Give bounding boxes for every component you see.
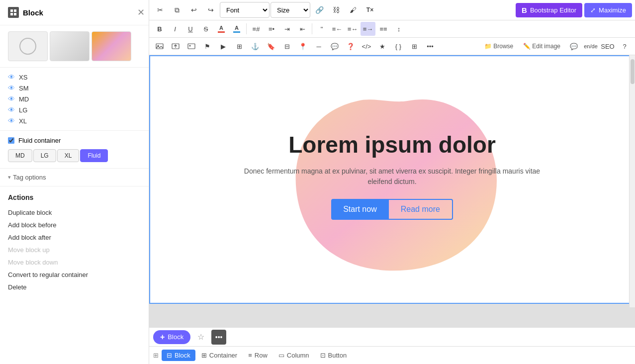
- toolbar-row-3: ⚑ ▶ ⊞ ⚓ 🔖 ⊟ 📍 ─ 💬 ❓ </> ★ { } ⊞ ••• 📁 Br…: [149, 38, 635, 55]
- video-button[interactable]: ▶: [216, 39, 231, 53]
- font-color-button[interactable]: A: [214, 22, 229, 36]
- tab-button[interactable]: ⊡ Button: [315, 350, 352, 361]
- browse-button[interactable]: 📁 Browse: [480, 39, 517, 53]
- help-button[interactable]: ❓: [343, 39, 358, 53]
- favorite-button[interactable]: ☆: [193, 330, 208, 345]
- source-button[interactable]: { }: [391, 39, 406, 53]
- grid-icon: ⊞: [153, 352, 159, 359]
- action-delete[interactable]: Delete: [8, 281, 141, 293]
- fluid-btn-lg[interactable]: LG: [33, 149, 56, 162]
- more-tools-button[interactable]: •••: [423, 39, 438, 53]
- resp-md: 👁 MD: [8, 93, 141, 104]
- fluid-btn-fluid[interactable]: Fluid: [80, 149, 108, 162]
- align-left-button[interactable]: ≡←: [330, 22, 345, 36]
- strikethrough-button[interactable]: S: [198, 22, 213, 36]
- code-embed-button[interactable]: </>: [359, 39, 374, 53]
- browse-image-button[interactable]: [152, 39, 167, 53]
- align-center-button[interactable]: ≡↔: [345, 22, 360, 36]
- sidebar-close-button[interactable]: ✕: [137, 7, 145, 18]
- tab-block[interactable]: ⊟ Block: [162, 350, 195, 361]
- indent-less-button[interactable]: ⇤: [295, 22, 310, 36]
- tab-column[interactable]: ▭ Column: [273, 350, 314, 361]
- blockquote-button[interactable]: ": [314, 22, 329, 36]
- map-button[interactable]: 📍: [295, 39, 310, 53]
- tab-row[interactable]: ≡ Row: [243, 350, 272, 361]
- comment-button[interactable]: 💬: [566, 39, 581, 53]
- responsive-image-button[interactable]: [184, 39, 199, 53]
- maximize-icon: ⤢: [590, 6, 596, 14]
- resp-label-sm: SM: [19, 85, 29, 92]
- divider-button[interactable]: ─: [311, 39, 326, 53]
- thumbnail-3[interactable]: [91, 31, 131, 61]
- cut-button[interactable]: ✂: [152, 2, 168, 18]
- copy-button[interactable]: ⧉: [169, 2, 185, 18]
- read-more-button[interactable]: Read more: [389, 199, 453, 220]
- flag-button[interactable]: ⚑: [200, 39, 215, 53]
- resp-sm: 👁 SM: [8, 83, 141, 93]
- seo-button[interactable]: SEO: [600, 39, 615, 53]
- ordered-list-button[interactable]: ≡#: [249, 22, 264, 36]
- speech-bubble-button[interactable]: 💬: [327, 39, 342, 53]
- tag-options-row[interactable]: ▾ Tag options: [0, 169, 149, 186]
- icon-button[interactable]: ★: [375, 39, 390, 53]
- canvas-scrollbar[interactable]: [629, 55, 635, 307]
- action-duplicate[interactable]: Duplicate block: [8, 206, 141, 219]
- undo-button[interactable]: ↩: [186, 2, 202, 18]
- svg-rect-3: [14, 13, 16, 15]
- action-add-before[interactable]: Add block before: [8, 219, 141, 231]
- align-justify-button[interactable]: ≡≡: [376, 22, 391, 36]
- add-block-button[interactable]: + Block: [153, 330, 190, 344]
- bookmark-button[interactable]: 🔖: [264, 39, 278, 53]
- tab-container[interactable]: ⊞ Container: [196, 350, 242, 361]
- action-convert[interactable]: Convert to regular container: [8, 269, 141, 281]
- line-height-button[interactable]: ↕: [391, 22, 406, 36]
- plus-icon: +: [160, 333, 165, 342]
- fluid-btn-md[interactable]: MD: [8, 149, 32, 162]
- anchor-button[interactable]: ⚓: [248, 39, 263, 53]
- action-move-up: Move block up: [8, 244, 141, 256]
- redo-button[interactable]: ↪: [203, 2, 219, 18]
- highlight-color-button[interactable]: A: [229, 22, 244, 36]
- maximize-button[interactable]: ⤢ Maximize: [584, 3, 632, 17]
- align-right-button[interactable]: ≡→: [361, 22, 375, 36]
- canvas-subtitle: Donec fermentum magna at ex pulvinar, si…: [233, 166, 551, 187]
- table-button[interactable]: ⊞: [232, 39, 247, 53]
- resp-label-lg: LG: [19, 106, 27, 114]
- edit-image-button[interactable]: ✏️ Edit image: [519, 39, 564, 53]
- upload-image-button[interactable]: [168, 39, 183, 53]
- thumbnail-2[interactable]: [50, 31, 90, 61]
- responsive-section: 👁 XS 👁 SM 👁 MD 👁 LG 👁 XL: [0, 68, 149, 131]
- fluid-container-checkbox[interactable]: [8, 137, 14, 144]
- svg-rect-8: [188, 44, 195, 49]
- action-add-after[interactable]: Add block after: [8, 231, 141, 244]
- link-button[interactable]: 🔗: [311, 2, 327, 18]
- unlink-button[interactable]: ⛓: [328, 2, 344, 18]
- fluid-btn-xl[interactable]: XL: [57, 149, 80, 162]
- block-action-bar: + Block ☆ •••: [149, 327, 635, 346]
- start-now-button[interactable]: Start now: [331, 199, 389, 220]
- paint-button[interactable]: 🖌: [345, 2, 361, 18]
- underline-button[interactable]: U: [183, 22, 198, 36]
- translate-button[interactable]: en/de: [583, 39, 598, 53]
- more-options-button[interactable]: •••: [211, 330, 226, 345]
- size-select[interactable]: Size: [271, 2, 310, 18]
- unordered-list-button[interactable]: ≡•: [264, 22, 279, 36]
- svg-point-4: [20, 38, 36, 54]
- bottom-bar-container: + Block ☆ ••• ⊞ ⊟ Block ⊞ Container ≡ Ro…: [149, 327, 635, 364]
- resp-label-xs: XS: [19, 74, 27, 81]
- indent-more-button[interactable]: ⇥: [279, 22, 294, 36]
- bootstrap-editor-button[interactable]: B Bootstrap Editor: [516, 3, 582, 17]
- canvas-content-area: Lorem ipsum dolor Donec fermentum magna …: [150, 56, 634, 295]
- question-mark-button[interactable]: ?: [617, 39, 632, 53]
- italic-button[interactable]: I: [168, 22, 182, 36]
- thumbnail-1[interactable]: [8, 31, 48, 61]
- font-select[interactable]: Font: [220, 2, 270, 18]
- layout-button[interactable]: ⊞: [407, 39, 422, 53]
- browse-edit-group: 📁 Browse ✏️ Edit image 💬 en/de SEO ?: [480, 39, 632, 53]
- actions-section: Actions Duplicate block Add block before…: [0, 186, 149, 300]
- widget-button[interactable]: ⊟: [279, 39, 294, 53]
- scrollbar-thumb[interactable]: [631, 59, 635, 84]
- clear-format-button[interactable]: T×: [362, 2, 378, 18]
- action-move-down: Move block down: [8, 256, 141, 269]
- bold-button[interactable]: B: [152, 22, 167, 36]
